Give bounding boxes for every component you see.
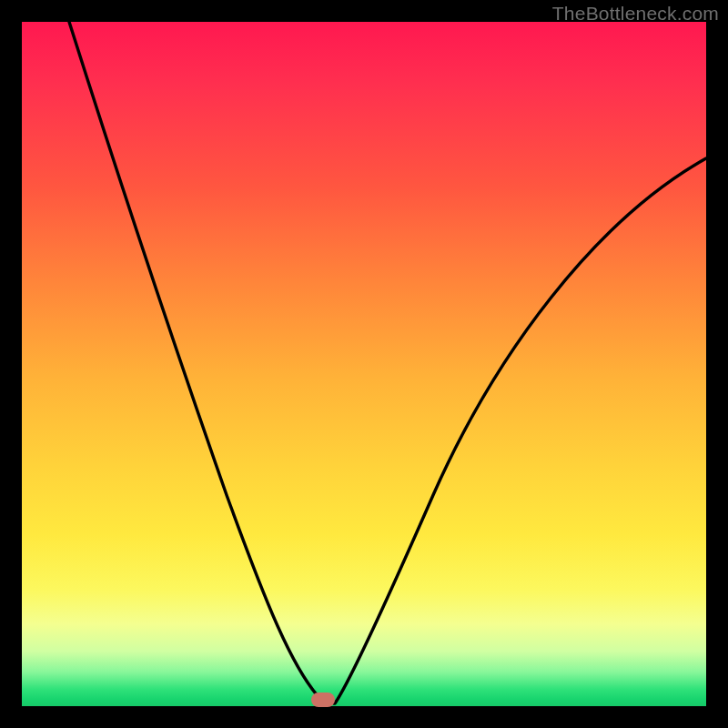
curve-path xyxy=(69,22,706,703)
chart-frame: TheBottleneck.com xyxy=(0,0,728,728)
watermark-text: TheBottleneck.com xyxy=(552,3,719,25)
minimum-marker xyxy=(311,693,335,707)
bottleneck-curve xyxy=(22,22,706,706)
